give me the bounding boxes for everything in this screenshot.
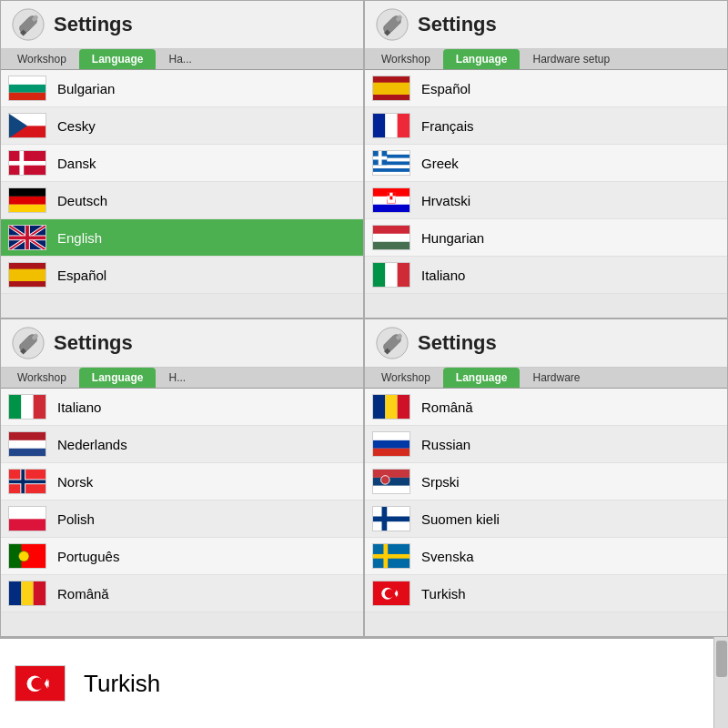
tab-hardware[interactable]: Ha... <box>156 49 204 69</box>
svg-rect-44 <box>387 192 389 196</box>
svg-rect-3 <box>9 85 46 93</box>
turkish-flag <box>15 665 66 702</box>
language-item[interactable]: Română <box>1 575 363 612</box>
panel-header: Settings <box>365 1 727 49</box>
language-name: Cesky <box>57 118 96 134</box>
language-name: Svenska <box>421 549 474 564</box>
tab-hardware[interactable]: Hardware <box>520 368 592 388</box>
svg-rect-62 <box>9 440 46 449</box>
svg-rect-24 <box>9 268 46 280</box>
svg-rect-45 <box>389 192 392 196</box>
svg-rect-42 <box>373 204 410 212</box>
tab-hardware[interactable]: Hardware setup <box>520 49 622 69</box>
svg-rect-86 <box>373 478 410 486</box>
language-name: Norsk <box>57 474 93 490</box>
language-item[interactable]: Français <box>365 107 727 145</box>
svg-rect-91 <box>373 516 410 521</box>
svg-rect-49 <box>393 196 396 199</box>
flag-it <box>8 394 46 420</box>
language-item[interactable]: Greek <box>365 145 727 182</box>
svg-rect-4 <box>9 92 46 100</box>
language-name: Deutsch <box>57 193 107 208</box>
flag-ro <box>372 394 410 420</box>
language-item[interactable]: Russian <box>365 426 727 463</box>
flag-es <box>372 76 410 101</box>
svg-rect-55 <box>398 263 410 288</box>
svg-rect-48 <box>389 196 392 199</box>
svg-point-97 <box>385 589 394 598</box>
language-name: Turkish <box>421 586 466 602</box>
tab-language[interactable]: Language <box>443 368 521 388</box>
language-item[interactable]: Hungarian <box>365 219 727 257</box>
language-item[interactable]: Español <box>365 70 727 107</box>
tab-hardware[interactable]: H... <box>156 368 198 388</box>
tab-language[interactable]: Language <box>79 49 157 69</box>
svg-rect-94 <box>373 554 410 559</box>
tab-workshop[interactable]: Workshop <box>5 368 79 388</box>
language-name: Hrvatski <box>421 193 470 208</box>
svg-rect-79 <box>373 395 385 420</box>
tab-workshop[interactable]: Workshop <box>5 49 79 69</box>
language-item[interactable]: Dansk <box>1 145 363 182</box>
language-item[interactable]: English <box>1 219 363 257</box>
language-item[interactable]: Turkish <box>365 575 727 612</box>
svg-rect-82 <box>373 432 410 440</box>
language-item[interactable]: Deutsch <box>1 182 363 219</box>
language-item[interactable]: Cesky <box>1 107 363 145</box>
language-name: Français <box>421 118 474 134</box>
scrollbar[interactable] <box>713 637 728 728</box>
svg-rect-28 <box>373 82 410 94</box>
svg-rect-69 <box>9 507 46 519</box>
language-item[interactable]: Suomen kieli <box>365 500 727 538</box>
svg-rect-83 <box>373 440 410 449</box>
svg-rect-61 <box>9 432 46 440</box>
svg-rect-85 <box>373 470 410 478</box>
language-item[interactable]: Italiano <box>365 257 727 294</box>
svg-rect-59 <box>21 395 33 420</box>
language-item[interactable]: Español <box>1 257 363 294</box>
svg-rect-11 <box>9 188 46 197</box>
flag-pl <box>8 506 46 531</box>
language-item[interactable]: Bulgarian <box>1 70 363 107</box>
language-item[interactable]: Português <box>1 538 363 575</box>
svg-point-88 <box>381 475 390 484</box>
svg-rect-87 <box>373 485 410 493</box>
language-item[interactable]: Nederlands <box>1 426 363 463</box>
svg-rect-29 <box>373 114 385 138</box>
svg-rect-54 <box>385 263 397 288</box>
flag-ro <box>8 581 46 606</box>
svg-point-102 <box>31 678 43 690</box>
language-item[interactable]: Hrvatski <box>365 182 727 219</box>
language-item[interactable]: Srpski <box>365 463 727 500</box>
turkish-item[interactable]: Turkish <box>0 637 713 728</box>
flag-de <box>8 187 46 213</box>
language-name: Italiano <box>421 268 465 283</box>
flag-cz <box>8 113 46 138</box>
language-name: Português <box>57 549 119 564</box>
svg-rect-10 <box>9 161 46 166</box>
tab-language[interactable]: Language <box>443 49 521 69</box>
svg-rect-76 <box>34 581 46 606</box>
svg-rect-36 <box>373 172 410 176</box>
language-item[interactable]: Norsk <box>1 463 363 500</box>
language-name: Polish <box>57 511 95 527</box>
language-item[interactable]: Polish <box>1 500 363 538</box>
language-item[interactable]: Română <box>365 389 727 426</box>
flag-it <box>372 262 410 288</box>
svg-rect-63 <box>9 448 46 456</box>
tab-workshop[interactable]: Workshop <box>369 368 443 388</box>
wrench-icon <box>12 327 45 359</box>
svg-rect-31 <box>398 114 410 138</box>
flag-fr <box>372 113 410 138</box>
tab-workshop[interactable]: Workshop <box>369 49 443 69</box>
tab-bar: WorkshopLanguageH... <box>1 368 363 389</box>
wrench-icon <box>12 8 45 41</box>
language-name: Nederlands <box>57 437 127 452</box>
tab-language[interactable]: Language <box>79 368 157 388</box>
language-name: Español <box>421 81 470 96</box>
language-item[interactable]: Italiano <box>1 389 363 426</box>
language-item[interactable]: Svenska <box>365 538 727 575</box>
tab-bar: WorkshopLanguageHa... <box>1 49 363 70</box>
scrollbar-thumb[interactable] <box>716 641 727 677</box>
language-name: Dansk <box>57 156 96 171</box>
